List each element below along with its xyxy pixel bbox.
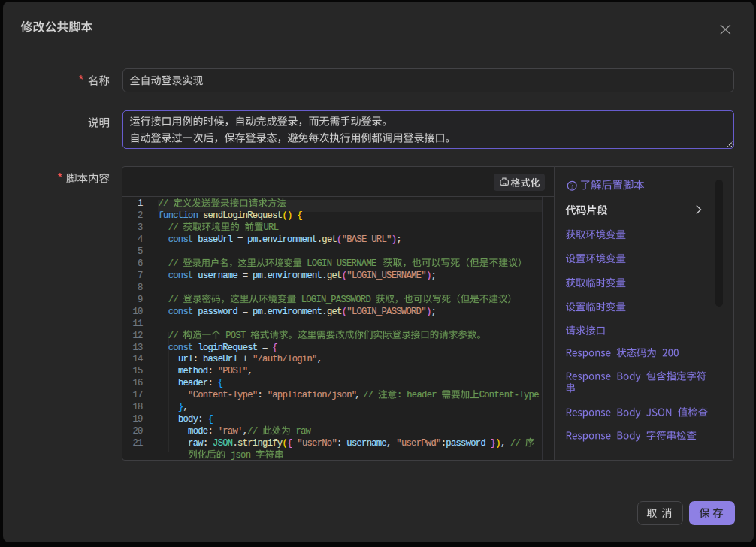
svg-text:url: url bbox=[178, 354, 193, 364]
svg-text:const: const bbox=[168, 307, 193, 317]
svg-text:const: const bbox=[168, 343, 193, 353]
svg-text::: : bbox=[198, 414, 207, 425]
svg-text:.: . bbox=[322, 307, 327, 317]
svg-text:mode: mode bbox=[188, 426, 208, 437]
svg-text:"Content-Type": "Content-Type" bbox=[188, 390, 257, 400]
svg-text://: // bbox=[159, 222, 183, 233]
svg-text:;: ; bbox=[396, 234, 401, 245]
svg-text:baseUrl: baseUrl bbox=[198, 234, 233, 245]
svg-text:(): () bbox=[283, 210, 292, 221]
svg-text:: header: : header bbox=[397, 390, 441, 400]
svg-text:"application/json": "application/json" bbox=[268, 390, 357, 400]
svg-text:20: 20 bbox=[132, 426, 143, 437]
svg-text:stringify: stringify bbox=[237, 438, 283, 449]
svg-text:header: header bbox=[178, 378, 208, 388]
svg-text:username: username bbox=[198, 270, 237, 281]
svg-text:environment: environment bbox=[268, 270, 322, 281]
svg-text:,: , bbox=[317, 354, 322, 364]
svg-text:.: . bbox=[233, 438, 238, 449]
svg-text:pm: pm bbox=[253, 270, 263, 281]
svg-text:=: = bbox=[233, 234, 248, 245]
svg-text::: : bbox=[203, 438, 213, 449]
svg-text:10: 10 bbox=[132, 307, 143, 317]
svg-text:,: , bbox=[500, 438, 510, 449]
svg-text:5: 5 bbox=[138, 246, 143, 257]
svg-text:const: const bbox=[168, 234, 193, 245]
svg-text:JSON: JSON bbox=[213, 438, 233, 449]
svg-text::: : bbox=[258, 390, 268, 400]
svg-text://: // bbox=[159, 198, 174, 209]
svg-text:get: get bbox=[322, 234, 337, 245]
svg-text://: // bbox=[247, 426, 262, 437]
svg-text:baseUrl: baseUrl bbox=[203, 354, 238, 364]
svg-text::: : bbox=[208, 426, 218, 437]
svg-text:2: 2 bbox=[138, 210, 143, 221]
svg-text:(: ( bbox=[342, 307, 347, 317]
svg-text:const: const bbox=[168, 270, 193, 281]
svg-text:environment: environment bbox=[262, 234, 317, 245]
svg-text:"/auth/login": "/auth/login" bbox=[253, 354, 317, 364]
svg-text:"BASE_URL": "BASE_URL" bbox=[342, 234, 392, 245]
svg-text:}: } bbox=[491, 438, 496, 449]
svg-text:pm: pm bbox=[253, 307, 263, 317]
svg-text:}: } bbox=[178, 402, 183, 413]
svg-text://: // bbox=[159, 295, 183, 305]
svg-text:): ) bbox=[426, 307, 431, 317]
svg-text://: // bbox=[159, 331, 183, 341]
svg-text:LOGIN_USERNAME: LOGIN_USERNAME bbox=[302, 258, 381, 269]
svg-text:3: 3 bbox=[138, 222, 143, 233]
svg-text:.: . bbox=[258, 234, 263, 245]
svg-text:.: . bbox=[322, 270, 327, 281]
svg-text:username: username bbox=[346, 438, 386, 449]
svg-text:(: ( bbox=[342, 270, 347, 281]
svg-text:1: 1 bbox=[138, 198, 143, 209]
svg-text:6: 6 bbox=[138, 258, 143, 269]
svg-text:POST: POST bbox=[221, 331, 251, 341]
svg-text:;: ; bbox=[431, 270, 437, 281]
svg-text:raw: raw bbox=[188, 438, 204, 449]
svg-text:sendLoginRequest: sendLoginRequest bbox=[203, 210, 283, 221]
svg-text:,: , bbox=[247, 366, 253, 376]
svg-text:"userPwd": "userPwd" bbox=[396, 438, 440, 449]
svg-text:,: , bbox=[183, 402, 189, 413]
svg-text:16: 16 bbox=[132, 378, 143, 388]
svg-text:password: password bbox=[198, 307, 237, 317]
svg-text:'raw': 'raw' bbox=[218, 426, 243, 437]
svg-text:21: 21 bbox=[132, 438, 143, 449]
svg-text:.: . bbox=[317, 234, 322, 245]
svg-text:{: { bbox=[218, 378, 223, 388]
svg-text:12: 12 bbox=[132, 331, 143, 341]
svg-text:(: ( bbox=[283, 438, 288, 449]
svg-text:environment: environment bbox=[268, 307, 322, 317]
svg-text:18: 18 bbox=[132, 402, 143, 413]
svg-text:=: = bbox=[237, 270, 253, 281]
svg-text:raw: raw bbox=[291, 426, 312, 437]
svg-text:=: = bbox=[258, 343, 273, 353]
svg-text:LOGIN_PASSWORD: LOGIN_PASSWORD bbox=[296, 295, 375, 305]
svg-text://: // bbox=[159, 258, 183, 269]
svg-text:=: = bbox=[237, 307, 253, 317]
svg-text:body: body bbox=[178, 414, 198, 425]
svg-text:password: password bbox=[446, 438, 485, 449]
svg-text:8: 8 bbox=[138, 283, 143, 293]
svg-text:): ) bbox=[495, 438, 500, 449]
svg-text:"LOGIN_PASSWORD": "LOGIN_PASSWORD" bbox=[346, 307, 425, 317]
svg-text:17: 17 bbox=[132, 390, 143, 400]
svg-text:get: get bbox=[327, 307, 342, 317]
svg-text:URL: URL bbox=[264, 222, 279, 233]
svg-text:7: 7 bbox=[138, 270, 143, 281]
svg-text:pm: pm bbox=[247, 234, 258, 245]
svg-text::: : bbox=[208, 366, 218, 376]
svg-text:"userNo": "userNo" bbox=[297, 438, 337, 449]
svg-text://: // bbox=[510, 438, 525, 449]
svg-text:): ) bbox=[426, 270, 431, 281]
svg-text::: : bbox=[193, 354, 203, 364]
svg-text:19: 19 bbox=[132, 414, 143, 425]
svg-text:13: 13 bbox=[132, 343, 143, 353]
svg-text:,: , bbox=[243, 426, 248, 437]
svg-text:loginRequest: loginRequest bbox=[198, 343, 258, 353]
svg-text:json: json bbox=[225, 450, 256, 461]
svg-text:4: 4 bbox=[138, 234, 143, 245]
svg-text:"LOGIN_USERNAME": "LOGIN_USERNAME" bbox=[346, 270, 425, 281]
svg-text:,: , bbox=[386, 438, 396, 449]
